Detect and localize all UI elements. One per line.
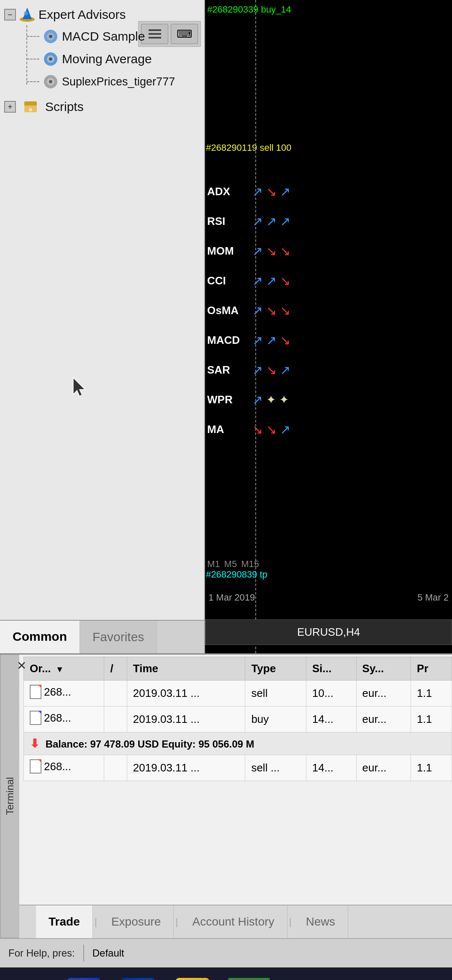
svg-point-11 — [49, 80, 52, 83]
svg-rect-13 — [24, 101, 37, 106]
cell-size-1: 10... — [306, 681, 357, 707]
chart-pair-label: EURUSD,H4 — [205, 619, 452, 645]
cell-price-2: 1.1 — [411, 707, 452, 732]
col-time[interactable]: Time — [127, 657, 245, 681]
indicators-panel: ADX ↗ ↘ ↗ RSI ↗ ↗ ↗ MOM ↗ ↘ ↘ CCI — [207, 184, 290, 437]
cell-slash-1 — [104, 681, 127, 707]
terminal-table: Or... ▼ / Time Type — [23, 657, 452, 781]
doc-sell3-icon — [30, 759, 41, 774]
status-bar: For Help, pres: Default — [0, 938, 452, 967]
default-status: Default — [84, 947, 133, 959]
expert-advisors-children: MACD Sample Moving Average — [21, 25, 200, 93]
tf-m5: M5 — [224, 559, 237, 570]
indicator-cci: CCI ↗ ↗ ↘ — [207, 273, 290, 288]
windows-start-button[interactable] — [8, 974, 50, 980]
cell-symbol-1: eur... — [356, 681, 411, 707]
svg-point-5 — [49, 35, 52, 38]
col-price[interactable]: Pr — [411, 657, 452, 681]
col-size[interactable]: Si... — [306, 657, 357, 681]
terminal-side-tab[interactable]: Terminal — [0, 655, 19, 938]
cell-type-2: buy — [245, 707, 306, 732]
date-1: 1 Mar 2019 — [208, 592, 255, 603]
top-section: ⌨ − Expert Advisors — [0, 0, 452, 653]
horiz-line-suplex — [27, 81, 39, 82]
file-explorer-button[interactable] — [172, 974, 213, 980]
cell-type-1: sell — [245, 681, 306, 707]
chart-panel: #268290339 buy_14 #268290119 sell 100 AD… — [205, 0, 452, 653]
indicator-sar: SAR ↗ ↘ ↗ — [207, 363, 290, 377]
expert-advisors-icon — [18, 6, 36, 23]
indicator-adx: ADX ↗ ↘ ↗ — [207, 184, 290, 199]
table-row: 268... 2019.03.11 ... buy 14... eur... 1… — [24, 707, 452, 732]
tab-trade[interactable]: Trade — [36, 905, 93, 938]
suplex-label: SuplexPrices_tiger777 — [62, 75, 175, 88]
balance-cell: ⬇ Balance: 97 478.09 USD Equity: 95 056.… — [24, 732, 452, 755]
fbs-button[interactable]: FBS — [226, 974, 272, 980]
tab-common[interactable]: Common — [0, 621, 80, 653]
cell-type-4: sell ... — [245, 755, 306, 781]
terminal-table-container: Or... ▼ / Time Type — [23, 657, 452, 905]
tab-news[interactable]: News — [293, 905, 348, 938]
col-sort[interactable]: / — [104, 657, 127, 681]
indicator-osma: OsMA ↗ ↘ ↘ — [207, 303, 290, 318]
trade-label-3: #268290839 tp — [206, 569, 267, 580]
macd-sample-label: MACD Sample — [62, 29, 145, 44]
navigator-tree-area: − Expert Advisors — [0, 0, 204, 620]
col-order[interactable]: Or... ▼ — [24, 657, 104, 681]
cell-order-2: 268... — [24, 707, 104, 732]
suplex-row[interactable]: SuplexPrices_tiger777 — [21, 70, 200, 93]
col-symbol[interactable]: Sy... — [356, 657, 411, 681]
doc-buy-icon — [30, 711, 41, 725]
suplex-icon — [43, 74, 59, 90]
trade-label-2: #268290119 sell 100 — [206, 142, 291, 153]
terminal-main: ✕ Or... ▼ / — [19, 655, 452, 938]
file-explorer-icon — [176, 978, 209, 980]
terminal-close-btn[interactable]: ✕ — [17, 659, 26, 673]
collapse-expert-advisors[interactable]: − — [4, 9, 16, 21]
tab-account-history[interactable]: Account History — [180, 905, 287, 938]
cell-symbol-4: eur... — [356, 755, 411, 781]
indicator-rsi: RSI ↗ ↗ ↗ — [207, 214, 290, 229]
cell-size-4: 14... — [306, 755, 357, 781]
svg-point-8 — [49, 57, 52, 61]
terminal-tabs: Trade | Exposure | Account History | New… — [19, 905, 452, 938]
macd-sample-icon — [43, 28, 59, 44]
col-type[interactable]: Type — [245, 657, 306, 681]
tab-favorites[interactable]: Favorites — [80, 621, 157, 653]
cell-order-1: 268... — [24, 681, 104, 707]
macd-sample-row[interactable]: MACD Sample — [21, 25, 200, 48]
tab-exposure[interactable]: Exposure — [99, 905, 174, 938]
expand-scripts[interactable]: + — [4, 101, 16, 113]
cell-time-2: 2019.03.11 ... — [127, 707, 245, 732]
cell-size-2: 14... — [306, 707, 357, 732]
svg-point-2 — [24, 11, 28, 15]
cell-price-1: 1.1 — [411, 681, 452, 707]
terminal-wrapper: Terminal ✕ Or... ▼ — [0, 655, 452, 938]
cell-time-1: 2019.03.11 ... — [127, 681, 245, 707]
help-text: For Help, pres: — [0, 947, 83, 959]
table-row: 268... 2019.03.11 ... sell ... 14... eur… — [24, 755, 452, 781]
balance-row: ⬇ Balance: 97 478.09 USD Equity: 95 056.… — [24, 732, 452, 755]
timeframe-labels: M1 M5 M15 — [207, 559, 259, 570]
horiz-line-ma — [27, 59, 39, 59]
moving-average-row[interactable]: Moving Average — [21, 48, 200, 70]
terminal-section: Terminal ✕ Or... ▼ — [0, 653, 452, 938]
horiz-line-macd — [27, 36, 39, 37]
powershell-button[interactable]: PS >_ — [117, 974, 159, 980]
mt4-icon — [67, 978, 100, 980]
navigator-panel: ⌨ − Expert Advisors — [0, 0, 205, 653]
indicator-wpr: WPR ↗ ✦ ✦ — [207, 392, 290, 407]
svg-point-14 — [29, 108, 32, 111]
indicator-macd: MACD ↗ ↗ ↘ — [207, 333, 290, 348]
scripts-row[interactable]: + Scripts — [4, 96, 200, 117]
mouse-cursor-indicator — [71, 377, 88, 401]
cell-slash-4 — [104, 755, 127, 781]
powershell-icon: PS >_ — [121, 978, 155, 980]
doc-sell-icon — [30, 685, 41, 699]
cell-price-4: 1.1 — [411, 755, 452, 781]
cell-slash-2 — [104, 707, 127, 732]
metatrader4-button[interactable] — [63, 974, 105, 980]
cell-symbol-2: eur... — [356, 707, 411, 732]
expert-advisors-label: Expert Advisors — [39, 8, 126, 22]
indicator-mom: MOM ↗ ↘ ↘ — [207, 244, 290, 258]
